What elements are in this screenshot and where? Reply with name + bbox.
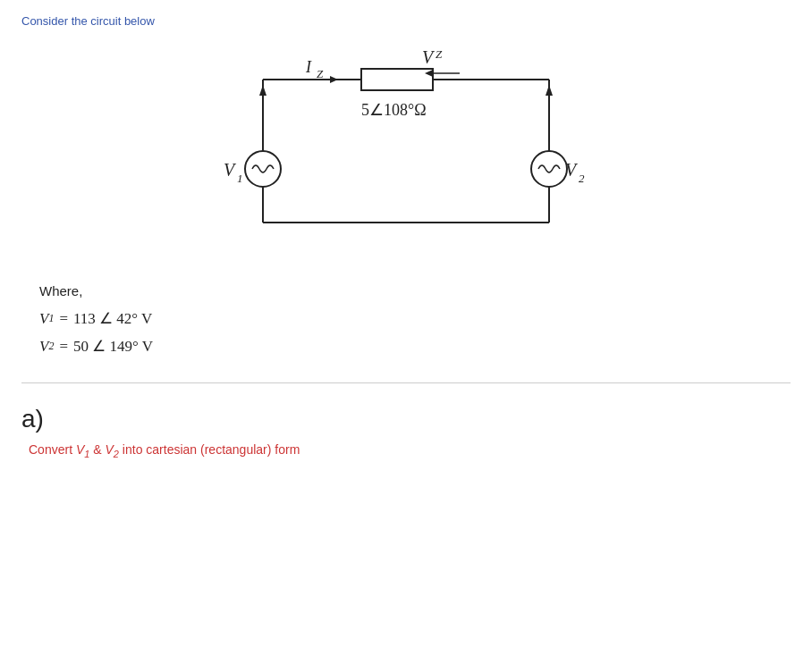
svg-point-15 bbox=[245, 151, 281, 187]
svg-text:Z: Z bbox=[317, 67, 324, 80]
v1-equation: V1 = 113 ∠ 42° V bbox=[39, 309, 791, 328]
circuit-diagram: I Z V Z 5∠108°Ω V 1 V 2 bbox=[21, 44, 791, 258]
where-section: Where, V1 = 113 ∠ 42° V V2 = 50 ∠ 149° V bbox=[39, 283, 791, 356]
svg-text:V: V bbox=[565, 160, 579, 180]
section-divider bbox=[21, 382, 791, 383]
svg-point-20 bbox=[531, 151, 567, 187]
svg-text:V: V bbox=[422, 47, 436, 67]
svg-rect-5 bbox=[361, 69, 433, 90]
part-a-instruction: Convert V1 & V2 into cartesian (rectangu… bbox=[29, 442, 791, 459]
svg-marker-17 bbox=[259, 85, 266, 96]
svg-marker-22 bbox=[546, 85, 553, 96]
intro-text: Consider the circuit below bbox=[21, 14, 791, 28]
v2-equation: V2 = 50 ∠ 149° V bbox=[39, 337, 791, 356]
svg-text:5∠108°Ω: 5∠108°Ω bbox=[361, 101, 427, 119]
where-label: Where, bbox=[39, 283, 791, 298]
svg-text:2: 2 bbox=[579, 172, 585, 185]
svg-text:1: 1 bbox=[237, 172, 243, 185]
svg-marker-7 bbox=[330, 76, 338, 83]
part-a-label: a) bbox=[21, 405, 791, 433]
svg-text:Z: Z bbox=[436, 47, 443, 61]
svg-text:I: I bbox=[305, 58, 312, 76]
part-a-section: a) Convert V1 & V2 into cartesian (recta… bbox=[21, 405, 791, 459]
svg-text:V: V bbox=[224, 160, 237, 180]
